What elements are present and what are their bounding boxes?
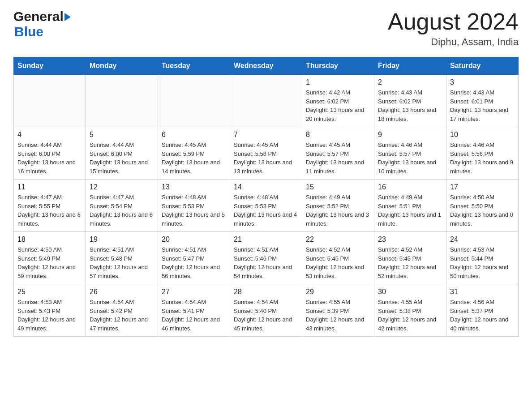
day-header-wednesday: Wednesday — [230, 57, 302, 75]
sun-info: Sunrise: 4:44 AM Sunset: 6:00 PM Dayligh… — [90, 141, 154, 176]
sun-info: Sunrise: 4:47 AM Sunset: 5:54 PM Dayligh… — [90, 193, 154, 228]
calendar-cell: 5Sunrise: 4:44 AM Sunset: 6:00 PM Daylig… — [86, 127, 158, 180]
calendar-cell: 10Sunrise: 4:46 AM Sunset: 5:56 PM Dayli… — [446, 127, 519, 180]
sun-info: Sunrise: 4:55 AM Sunset: 5:38 PM Dayligh… — [378, 298, 442, 333]
calendar-cell: 12Sunrise: 4:47 AM Sunset: 5:54 PM Dayli… — [86, 180, 158, 232]
sun-info: Sunrise: 4:46 AM Sunset: 5:56 PM Dayligh… — [450, 141, 515, 176]
day-header-friday: Friday — [374, 57, 446, 75]
calendar-cell: 11Sunrise: 4:47 AM Sunset: 5:55 PM Dayli… — [14, 180, 86, 232]
logo: General Blue — [13, 9, 71, 39]
calendar-cell: 1Sunrise: 4:42 AM Sunset: 6:02 PM Daylig… — [302, 75, 374, 127]
calendar-cell — [86, 75, 158, 127]
calendar-body: 1Sunrise: 4:42 AM Sunset: 6:02 PM Daylig… — [14, 75, 519, 337]
day-number: 20 — [162, 235, 226, 244]
sun-info: Sunrise: 4:43 AM Sunset: 6:02 PM Dayligh… — [378, 88, 442, 123]
day-number: 9 — [378, 131, 442, 139]
day-number: 4 — [17, 131, 82, 139]
calendar-cell: 2Sunrise: 4:43 AM Sunset: 6:02 PM Daylig… — [374, 75, 446, 127]
week-row-2: 4Sunrise: 4:44 AM Sunset: 6:00 PM Daylig… — [14, 127, 519, 180]
logo-arrow-icon — [64, 13, 71, 21]
calendar-title: August 2024 — [388, 9, 519, 34]
day-number: 17 — [450, 183, 515, 191]
day-number: 6 — [162, 131, 226, 139]
sun-info: Sunrise: 4:45 AM Sunset: 5:59 PM Dayligh… — [162, 141, 226, 176]
day-number: 27 — [162, 288, 226, 296]
sun-info: Sunrise: 4:45 AM Sunset: 5:57 PM Dayligh… — [306, 141, 370, 176]
day-number: 7 — [234, 131, 298, 139]
day-header-thursday: Thursday — [302, 57, 374, 75]
sun-info: Sunrise: 4:55 AM Sunset: 5:39 PM Dayligh… — [306, 298, 370, 333]
calendar-cell: 31Sunrise: 4:56 AM Sunset: 5:37 PM Dayli… — [446, 284, 519, 337]
day-number: 10 — [450, 131, 515, 139]
day-number: 3 — [450, 78, 515, 86]
week-row-3: 11Sunrise: 4:47 AM Sunset: 5:55 PM Dayli… — [14, 180, 519, 232]
sun-info: Sunrise: 4:42 AM Sunset: 6:02 PM Dayligh… — [306, 88, 370, 123]
sun-info: Sunrise: 4:44 AM Sunset: 6:00 PM Dayligh… — [17, 141, 82, 176]
sun-info: Sunrise: 4:52 AM Sunset: 5:45 PM Dayligh… — [306, 245, 370, 280]
sun-info: Sunrise: 4:48 AM Sunset: 5:53 PM Dayligh… — [162, 193, 226, 228]
logo-blue-text: Blue — [14, 24, 43, 39]
calendar-cell — [14, 75, 86, 127]
calendar-cell: 17Sunrise: 4:50 AM Sunset: 5:50 PM Dayli… — [446, 180, 519, 232]
calendar-cell: 16Sunrise: 4:49 AM Sunset: 5:51 PM Dayli… — [374, 180, 446, 232]
day-number: 29 — [306, 288, 370, 296]
calendar-cell: 28Sunrise: 4:54 AM Sunset: 5:40 PM Dayli… — [230, 284, 302, 337]
calendar-cell: 27Sunrise: 4:54 AM Sunset: 5:41 PM Dayli… — [158, 284, 230, 337]
day-number: 19 — [90, 235, 154, 244]
calendar-cell: 21Sunrise: 4:51 AM Sunset: 5:46 PM Dayli… — [230, 232, 302, 284]
sun-info: Sunrise: 4:56 AM Sunset: 5:37 PM Dayligh… — [450, 298, 515, 333]
sun-info: Sunrise: 4:53 AM Sunset: 5:44 PM Dayligh… — [450, 245, 515, 280]
calendar-cell — [158, 75, 230, 127]
week-row-5: 25Sunrise: 4:53 AM Sunset: 5:43 PM Dayli… — [14, 284, 519, 337]
calendar-cell: 8Sunrise: 4:45 AM Sunset: 5:57 PM Daylig… — [302, 127, 374, 180]
day-number: 11 — [17, 183, 82, 191]
day-number: 2 — [378, 78, 442, 86]
day-number: 24 — [450, 235, 515, 244]
day-number: 23 — [378, 235, 442, 244]
calendar-cell: 13Sunrise: 4:48 AM Sunset: 5:53 PM Dayli… — [158, 180, 230, 232]
calendar-cell: 19Sunrise: 4:51 AM Sunset: 5:48 PM Dayli… — [86, 232, 158, 284]
day-header-sunday: Sunday — [14, 57, 86, 75]
calendar-subtitle: Diphu, Assam, India — [388, 36, 519, 48]
day-number: 5 — [90, 131, 154, 139]
sun-info: Sunrise: 4:43 AM Sunset: 6:01 PM Dayligh… — [450, 88, 515, 123]
sun-info: Sunrise: 4:46 AM Sunset: 5:57 PM Dayligh… — [378, 141, 442, 176]
title-block: August 2024 Diphu, Assam, India — [388, 9, 519, 48]
week-row-4: 18Sunrise: 4:50 AM Sunset: 5:49 PM Dayli… — [14, 232, 519, 284]
day-number: 31 — [450, 288, 515, 296]
day-number: 30 — [378, 288, 442, 296]
calendar-cell: 18Sunrise: 4:50 AM Sunset: 5:49 PM Dayli… — [14, 232, 86, 284]
day-header-monday: Monday — [86, 57, 158, 75]
day-number: 18 — [17, 235, 82, 244]
day-number: 22 — [306, 235, 370, 244]
sun-info: Sunrise: 4:51 AM Sunset: 5:48 PM Dayligh… — [90, 245, 154, 280]
sun-info: Sunrise: 4:49 AM Sunset: 5:52 PM Dayligh… — [306, 193, 370, 228]
calendar-cell: 20Sunrise: 4:51 AM Sunset: 5:47 PM Dayli… — [158, 232, 230, 284]
sun-info: Sunrise: 4:50 AM Sunset: 5:49 PM Dayligh… — [17, 245, 82, 280]
day-header-tuesday: Tuesday — [158, 57, 230, 75]
calendar-cell: 6Sunrise: 4:45 AM Sunset: 5:59 PM Daylig… — [158, 127, 230, 180]
day-number: 1 — [306, 78, 370, 86]
calendar-header: SundayMondayTuesdayWednesdayThursdayFrid… — [14, 57, 519, 75]
calendar-cell: 24Sunrise: 4:53 AM Sunset: 5:44 PM Dayli… — [446, 232, 519, 284]
day-headers-row: SundayMondayTuesdayWednesdayThursdayFrid… — [14, 57, 519, 75]
sun-info: Sunrise: 4:54 AM Sunset: 5:40 PM Dayligh… — [234, 298, 298, 333]
calendar-table: SundayMondayTuesdayWednesdayThursdayFrid… — [13, 57, 519, 337]
day-header-saturday: Saturday — [446, 57, 519, 75]
day-number: 14 — [234, 183, 298, 191]
page-header: General Blue August 2024 Diphu, Assam, I… — [13, 9, 519, 48]
day-number: 26 — [90, 288, 154, 296]
week-row-1: 1Sunrise: 4:42 AM Sunset: 6:02 PM Daylig… — [14, 75, 519, 127]
day-number: 25 — [17, 288, 82, 296]
sun-info: Sunrise: 4:52 AM Sunset: 5:45 PM Dayligh… — [378, 245, 442, 280]
day-number: 12 — [90, 183, 154, 191]
calendar-cell: 7Sunrise: 4:45 AM Sunset: 5:58 PM Daylig… — [230, 127, 302, 180]
sun-info: Sunrise: 4:53 AM Sunset: 5:43 PM Dayligh… — [17, 298, 82, 333]
sun-info: Sunrise: 4:51 AM Sunset: 5:47 PM Dayligh… — [162, 245, 226, 280]
calendar-cell: 29Sunrise: 4:55 AM Sunset: 5:39 PM Dayli… — [302, 284, 374, 337]
calendar-cell: 26Sunrise: 4:54 AM Sunset: 5:42 PM Dayli… — [86, 284, 158, 337]
day-number: 21 — [234, 235, 298, 244]
calendar-cell: 14Sunrise: 4:48 AM Sunset: 5:53 PM Dayli… — [230, 180, 302, 232]
day-number: 28 — [234, 288, 298, 296]
calendar-cell: 9Sunrise: 4:46 AM Sunset: 5:57 PM Daylig… — [374, 127, 446, 180]
